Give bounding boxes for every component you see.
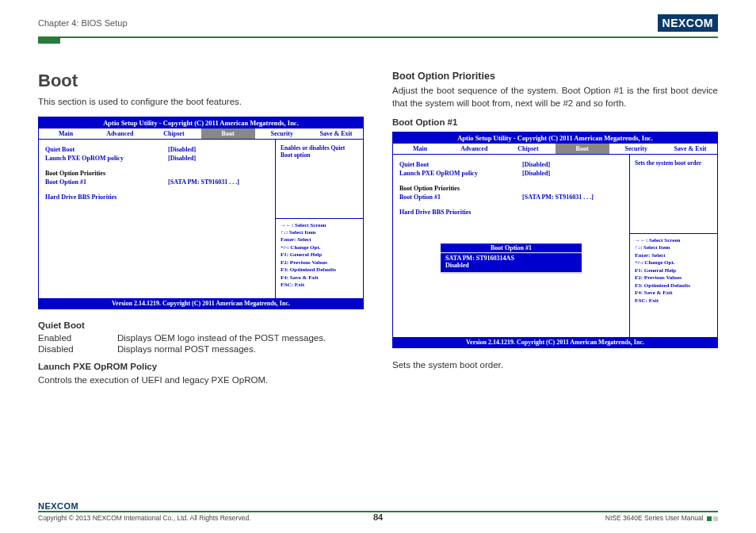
- bios-opt-hddbbs: Hard Drive BBS Priorities: [45, 194, 168, 201]
- bios-footer: Version 2.14.1219. Copyright (C) 2011 Am…: [39, 298, 363, 309]
- pxe-desc: Controls the execution of UEFI and legac…: [38, 374, 364, 387]
- bios-screenshot-1: Aptio Setup Utility - Copyright (C) 2011…: [38, 117, 364, 309]
- bios-keys: →←: Select Screen↑↓: Select ItemEnter: S…: [276, 219, 363, 298]
- bios-opt-pxe: Launch PXE OpROM policy: [45, 155, 168, 162]
- brand-logo: NEXCOM: [658, 14, 718, 32]
- popup-title: Boot Option #1: [441, 243, 582, 253]
- bios-tab-boot: Boot: [201, 128, 255, 139]
- bios-footer-2: Version 2.14.1219. Copyright (C) 2011 Am…: [393, 337, 717, 347]
- bios-tab-security: Security: [255, 128, 309, 139]
- page-number: 84: [373, 512, 383, 522]
- footer-copyright: Copyright © 2013 NEXCOM International Co…: [38, 514, 250, 522]
- popup-option-disabled: Disabled: [445, 262, 577, 269]
- boot-option-1-heading: Boot Option #1: [392, 117, 718, 127]
- bios-opt-boot1: Boot Option #1: [45, 178, 168, 186]
- bios-title-2: Aptio Setup Utility - Copyright (C) 2011…: [393, 132, 717, 144]
- footer-logo: NEXCOM: [38, 501, 718, 511]
- priorities-desc: Adjust the boot sequence of the system. …: [392, 85, 718, 109]
- qb-enabled-v: Displays OEM logo instead of the POST me…: [117, 333, 326, 343]
- bios-screenshot-2: Aptio Setup Utility - Copyright (C) 2011…: [392, 132, 718, 348]
- chapter-label: Chapter 4: BIOS Setup: [38, 18, 128, 28]
- footer-manual: NISE 3640E Series User Manual: [605, 514, 718, 522]
- popup-option-selected: SATA PM: ST9160314AS: [445, 255, 577, 262]
- bios-opt-priorities: Boot Option Priorities: [45, 170, 168, 177]
- bios-tab-chipset: Chipset: [147, 128, 200, 139]
- boot-order-caption: Sets the system boot order.: [392, 359, 718, 372]
- bios-tab-advanced: Advanced: [93, 128, 147, 139]
- priorities-heading: Boot Option Priorities: [392, 71, 718, 82]
- quiet-boot-heading: Quiet Boot: [38, 320, 364, 330]
- qb-disabled-k: Disabled: [38, 344, 117, 354]
- bios-keys-2: →←: Select Screen↑↓: Select ItemEnter: S…: [630, 234, 717, 337]
- qb-disabled-v: Displays normal POST messages.: [117, 344, 256, 354]
- section-title: Boot: [38, 71, 364, 91]
- pxe-heading: Launch PXE OpROM Policy: [38, 362, 364, 371]
- qb-enabled-k: Enabled: [38, 333, 117, 343]
- bios-tab-main: Main: [39, 128, 93, 139]
- bios-help: Enables or disables Quiet Boot option: [276, 140, 363, 219]
- bios-popup: Boot Option #1 SATA PM: ST9160314AS Disa…: [440, 243, 582, 273]
- bios-opt-quietboot: Quiet Boot: [45, 146, 168, 153]
- bios-title: Aptio Setup Utility - Copyright (C) 2011…: [39, 117, 363, 128]
- header-rule: [38, 36, 718, 38]
- tab-marker: [38, 37, 60, 44]
- section-intro: This section is used to configure the bo…: [38, 96, 364, 109]
- bios-help-2: Sets the system boot order: [630, 155, 717, 234]
- bios-tab-saveexit: Save & Exit: [309, 128, 363, 139]
